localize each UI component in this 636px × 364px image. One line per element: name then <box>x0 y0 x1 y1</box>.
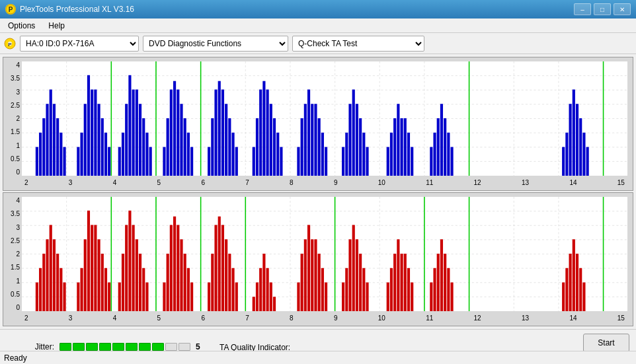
svg-rect-36 <box>77 147 79 176</box>
minimize-button[interactable]: – <box>574 3 591 15</box>
svg-rect-29 <box>42 118 45 176</box>
svg-rect-80 <box>262 81 265 176</box>
svg-rect-112 <box>433 133 436 176</box>
svg-rect-91 <box>314 104 317 176</box>
svg-rect-78 <box>256 118 258 176</box>
svg-rect-218 <box>348 239 351 311</box>
svg-rect-155 <box>56 254 59 311</box>
svg-rect-210 <box>311 239 313 311</box>
svg-rect-191 <box>214 225 217 311</box>
title-bar-controls: – □ ✕ <box>574 3 631 15</box>
svg-rect-35 <box>63 147 65 176</box>
svg-rect-40 <box>91 90 93 176</box>
menu-help[interactable]: Help <box>43 20 70 32</box>
svg-rect-122 <box>573 90 575 176</box>
svg-rect-156 <box>60 268 62 311</box>
svg-rect-83 <box>273 118 276 176</box>
svg-rect-180 <box>167 254 169 311</box>
svg-rect-224 <box>387 283 389 311</box>
svg-rect-53 <box>139 104 141 176</box>
svg-rect-219 <box>352 225 355 311</box>
svg-rect-58 <box>163 147 165 176</box>
svg-rect-159 <box>80 268 83 311</box>
svg-rect-239 <box>450 283 453 311</box>
svg-rect-196 <box>231 268 234 311</box>
svg-rect-85 <box>280 147 282 176</box>
svg-rect-113 <box>437 118 440 176</box>
svg-rect-104 <box>390 133 393 176</box>
svg-rect-86 <box>297 147 299 176</box>
window-title: PlexTools Professional XL V3.16 <box>20 5 134 14</box>
bottom-chart: 4 3.5 3 2.5 2 1.5 1 0.5 0 <box>3 192 633 326</box>
svg-rect-120 <box>565 133 568 176</box>
svg-rect-234 <box>433 268 436 311</box>
svg-rect-162 <box>91 225 93 311</box>
function-select[interactable]: DVD Diagnostic Functions <box>143 36 288 52</box>
svg-rect-105 <box>393 118 396 176</box>
test-select[interactable]: Q-Check TA Test <box>292 36 424 52</box>
svg-rect-201 <box>259 268 262 311</box>
status-bar: Ready <box>0 351 636 364</box>
svg-rect-229 <box>404 254 407 311</box>
svg-rect-126 <box>586 147 589 176</box>
svg-rect-247 <box>582 283 585 311</box>
svg-text:P: P <box>9 6 13 13</box>
maximize-button[interactable]: □ <box>594 3 611 15</box>
toolbar: P HA:0 ID:0 PX-716A DVD Diagnostic Funct… <box>0 33 636 54</box>
svg-rect-190 <box>211 254 214 311</box>
svg-rect-43 <box>101 118 104 176</box>
bottom-chart-y-axis: 4 3.5 3 2.5 2 1.5 1 0.5 0 <box>3 197 22 311</box>
svg-rect-231 <box>411 283 413 311</box>
svg-rect-42 <box>98 104 100 176</box>
svg-rect-47 <box>118 147 121 176</box>
svg-rect-216 <box>342 283 344 311</box>
svg-rect-151 <box>42 254 45 311</box>
svg-rect-51 <box>132 90 135 176</box>
svg-rect-108 <box>404 118 407 176</box>
jitter-led-3 <box>86 343 98 351</box>
svg-rect-235 <box>437 254 440 311</box>
jitter-led-9 <box>165 343 177 351</box>
svg-rect-27 <box>36 147 38 176</box>
svg-rect-211 <box>314 239 317 311</box>
svg-rect-203 <box>266 268 269 311</box>
svg-rect-150 <box>39 268 42 311</box>
start-button[interactable]: Start <box>583 334 629 352</box>
svg-rect-49 <box>125 104 128 176</box>
svg-rect-59 <box>167 118 169 176</box>
svg-rect-222 <box>362 268 365 311</box>
svg-rect-76 <box>235 147 238 176</box>
svg-rect-184 <box>180 239 182 311</box>
jitter-label: Jitter: <box>7 342 54 351</box>
svg-rect-66 <box>190 147 193 176</box>
svg-rect-94 <box>325 147 327 176</box>
svg-rect-246 <box>579 268 582 311</box>
svg-rect-84 <box>276 133 279 176</box>
menu-options[interactable]: Options <box>3 20 40 32</box>
drive-select[interactable]: HA:0 ID:0 PX-716A <box>20 36 139 52</box>
svg-rect-213 <box>321 268 324 311</box>
jitter-led-6 <box>126 343 138 351</box>
top-chart-y-axis: 4 3.5 3 2.5 2 1.5 1 0.5 0 <box>3 61 22 176</box>
svg-rect-174 <box>136 239 138 311</box>
svg-rect-197 <box>235 283 238 311</box>
svg-rect-81 <box>266 90 269 176</box>
svg-rect-72 <box>221 90 224 176</box>
svg-rect-194 <box>225 239 227 311</box>
svg-rect-121 <box>569 104 572 176</box>
svg-rect-241 <box>562 283 565 311</box>
jitter-led-1 <box>60 343 71 351</box>
svg-rect-237 <box>444 254 446 311</box>
svg-rect-125 <box>582 133 585 176</box>
svg-rect-50 <box>128 75 131 176</box>
svg-rect-41 <box>94 90 97 176</box>
svg-rect-172 <box>128 211 131 311</box>
svg-rect-189 <box>208 283 210 311</box>
close-button[interactable]: ✕ <box>614 3 631 15</box>
svg-rect-176 <box>142 268 145 311</box>
svg-rect-123 <box>576 104 578 176</box>
app-icon: P <box>5 4 16 15</box>
svg-rect-116 <box>447 133 450 176</box>
svg-rect-110 <box>411 147 413 176</box>
svg-rect-206 <box>297 283 299 311</box>
